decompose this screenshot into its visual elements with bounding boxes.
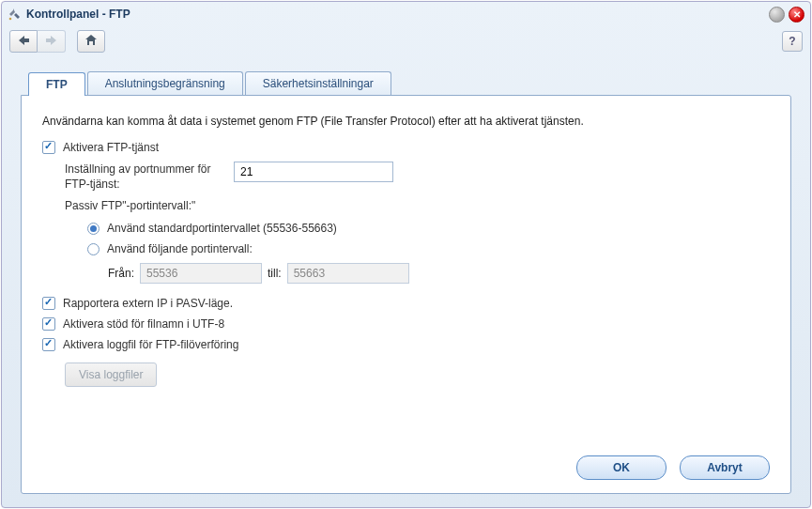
tab-security-settings[interactable]: Säkerhetsinställningar xyxy=(245,71,391,95)
range-from-label: Från: xyxy=(108,267,134,280)
window-title: Kontrollpanel - FTP xyxy=(26,8,130,21)
arrow-right-icon xyxy=(45,35,58,49)
range-to-label: till: xyxy=(268,267,282,280)
port-mode-custom-radio[interactable] xyxy=(87,243,100,255)
home-icon xyxy=(84,34,98,50)
port-mode-custom-label: Använd följande portintervall: xyxy=(107,242,253,255)
help-button[interactable]: ? xyxy=(782,31,803,52)
ok-button[interactable]: OK xyxy=(576,455,666,480)
port-mode-default-label: Använd standardportintervallet (55536-55… xyxy=(107,222,337,235)
tab-label: Säkerhetsinställningar xyxy=(263,77,374,90)
enable-ftp-label: Aktivera FTP-tjänst xyxy=(63,141,159,154)
port-mode-default-radio[interactable] xyxy=(87,223,100,235)
cancel-label: Avbryt xyxy=(707,461,743,474)
range-to-input xyxy=(287,263,409,284)
utf8-label: Aktivera stöd för filnamn i UTF-8 xyxy=(63,317,224,331)
view-logs-button[interactable]: Visa loggfiler xyxy=(65,362,157,387)
tab-connection-limit[interactable]: Anslutningsbegränsning xyxy=(87,71,243,95)
ftp-panel: Användarna kan komma åt data i systemet … xyxy=(21,95,791,494)
svg-point-0 xyxy=(9,18,12,21)
control-panel-window: Kontrollpanel - FTP ✕ xyxy=(1,1,811,508)
port-label: Inställning av portnummer för FTP-tjänst… xyxy=(65,162,234,192)
tab-label: Anslutningsbegränsning xyxy=(105,77,225,90)
cancel-button[interactable]: Avbryt xyxy=(680,455,770,480)
enable-ftp-checkbox[interactable] xyxy=(42,141,55,154)
view-logs-label: Visa loggfiler xyxy=(79,368,143,381)
navbar: ? xyxy=(2,26,810,56)
ok-label: OK xyxy=(613,461,630,474)
tabs: FTP Anslutningsbegränsning Säkerhetsinst… xyxy=(21,71,791,95)
tab-label: FTP xyxy=(46,78,68,91)
port-input[interactable] xyxy=(234,162,393,182)
close-button[interactable]: ✕ xyxy=(789,7,804,23)
report-ip-label: Rapportera extern IP i PASV-läge. xyxy=(63,297,233,310)
range-from-input xyxy=(140,263,262,284)
passive-port-title: Passiv FTP"-portintervall:" xyxy=(65,199,770,212)
home-button[interactable] xyxy=(77,30,105,53)
back-button[interactable] xyxy=(9,30,38,53)
panel-description: Användarna kan komma åt data i systemet … xyxy=(42,115,770,128)
titlebar: Kontrollpanel - FTP ✕ xyxy=(2,2,810,26)
logfile-checkbox[interactable] xyxy=(42,338,55,351)
help-icon: ? xyxy=(789,35,795,48)
close-icon: ✕ xyxy=(793,9,801,20)
forward-button[interactable] xyxy=(38,30,66,53)
minimize-button[interactable] xyxy=(769,7,785,23)
utf8-checkbox[interactable] xyxy=(42,317,55,331)
logfile-label: Aktivera loggfil för FTP-filöverföring xyxy=(63,338,238,351)
tab-ftp[interactable]: FTP xyxy=(28,72,85,96)
tools-icon xyxy=(8,7,23,22)
arrow-left-icon xyxy=(17,35,30,49)
report-ip-checkbox[interactable] xyxy=(42,297,55,310)
